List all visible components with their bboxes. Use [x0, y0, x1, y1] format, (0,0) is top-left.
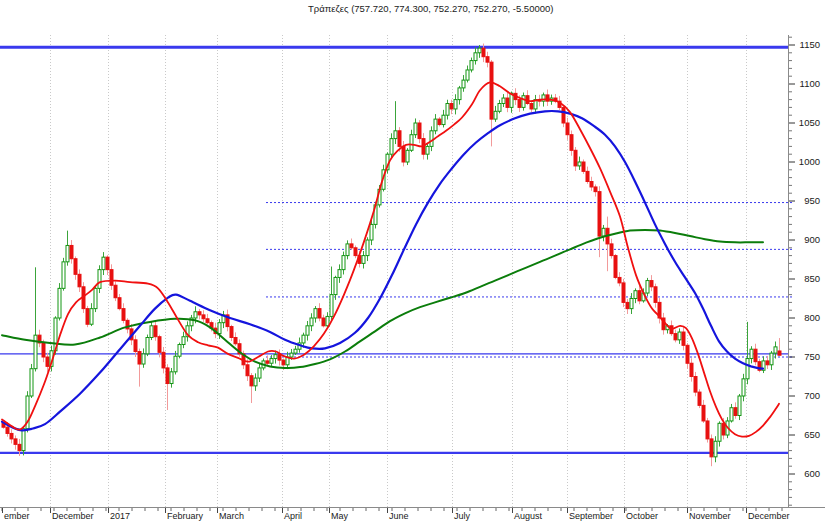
candle-body-up — [394, 131, 397, 139]
candle — [718, 421, 721, 446]
candle-body-down — [234, 338, 237, 344]
x-axis: emberDecember2017FebruaryMarchAprilMayJu… — [0, 508, 825, 522]
candle — [582, 159, 585, 173]
candle — [350, 238, 353, 249]
candle — [766, 356, 769, 369]
x-axis-label: September — [569, 511, 613, 521]
candle-body-down — [734, 408, 737, 416]
candle — [498, 100, 501, 113]
candle-body-down — [398, 131, 401, 147]
candle-body-up — [742, 379, 745, 396]
candle — [454, 94, 457, 114]
candle-body-up — [738, 396, 741, 416]
price-chart-canvas[interactable]: emberDecember2017FebruaryMarchAprilMayJu… — [0, 0, 825, 525]
candle — [730, 404, 733, 423]
x-axis-label: April — [284, 511, 302, 521]
candle-body-down — [166, 368, 169, 384]
candle-body-up — [678, 332, 681, 340]
candle-body-down — [114, 285, 117, 297]
candle-body-down — [610, 244, 613, 256]
candle-body-down — [562, 107, 565, 123]
candle-body-up — [434, 119, 437, 131]
y-axis-label: 1100 — [800, 78, 820, 89]
candle-body-down — [698, 392, 701, 405]
x-axis-label: July — [454, 511, 471, 521]
candle-body-up — [366, 240, 369, 256]
candle — [62, 258, 65, 291]
candle-body-down — [674, 334, 677, 340]
candle — [506, 93, 509, 112]
candle-body-down — [450, 104, 453, 109]
candle — [770, 351, 773, 370]
candle-body-up — [338, 270, 341, 278]
candle-body-up — [334, 277, 337, 294]
candle — [742, 374, 745, 402]
candle-body-up — [342, 256, 345, 270]
candle — [430, 126, 433, 151]
candle — [146, 335, 149, 357]
candle-body-up — [30, 369, 33, 396]
candle-body-up — [254, 378, 257, 386]
candle — [394, 101, 397, 144]
candle-body-down — [206, 319, 209, 323]
candle-body-down — [650, 281, 653, 287]
candle-body-up — [406, 150, 409, 162]
candle-body-down — [134, 340, 137, 352]
candle-body-down — [598, 192, 601, 236]
candle-body-down — [574, 150, 577, 166]
candle — [566, 118, 569, 140]
candle — [754, 344, 757, 366]
candle-body-up — [474, 53, 477, 61]
candle — [702, 400, 705, 423]
candle-body-down — [654, 287, 657, 303]
candle-body-up — [94, 288, 97, 308]
candle-body-up — [442, 115, 445, 124]
ma-slow-green-line — [2, 230, 763, 368]
candle-body-down — [154, 326, 157, 337]
candle — [30, 364, 33, 398]
candle — [74, 256, 77, 279]
candle — [426, 143, 429, 159]
candle-body-up — [502, 98, 505, 103]
candle — [238, 339, 241, 356]
candle-body-down — [486, 57, 489, 62]
candle-body-down — [686, 345, 689, 363]
candle — [762, 356, 765, 373]
candle — [138, 349, 141, 387]
x-axis-label: ember — [4, 511, 30, 521]
candle-body-up — [302, 335, 305, 343]
candle — [78, 269, 81, 292]
candle-body-up — [470, 61, 473, 70]
y-axis-label: 750 — [804, 351, 820, 362]
candle — [446, 100, 449, 120]
y-axis-label: 650 — [804, 429, 820, 440]
candle — [674, 330, 677, 343]
candle-body-up — [22, 429, 25, 451]
candle-body-down — [702, 405, 705, 421]
candle-body-up — [270, 359, 273, 364]
candle-body-up — [774, 347, 777, 353]
candle — [458, 86, 461, 105]
candle — [110, 264, 113, 290]
candle — [586, 167, 589, 184]
candle-body-down — [110, 270, 113, 286]
candle-body-up — [602, 228, 605, 236]
candle — [346, 240, 349, 259]
candle-body-up — [630, 299, 633, 309]
candle — [562, 106, 565, 127]
candle-body-up — [714, 441, 717, 457]
y-axis: 6006507007508008509009501000105011001150 — [789, 35, 821, 507]
x-axis-label: December — [748, 511, 790, 521]
candle-body-down — [694, 377, 697, 393]
candle-body-up — [414, 123, 417, 135]
candle — [710, 434, 713, 466]
candle — [166, 364, 169, 410]
candle — [310, 313, 313, 331]
candle-body-up — [346, 244, 349, 256]
candle-body-up — [498, 104, 501, 112]
candle — [618, 272, 621, 286]
candle-body-up — [170, 372, 173, 384]
candle — [70, 240, 73, 264]
candle — [222, 311, 225, 328]
candle-body-up — [290, 353, 293, 357]
